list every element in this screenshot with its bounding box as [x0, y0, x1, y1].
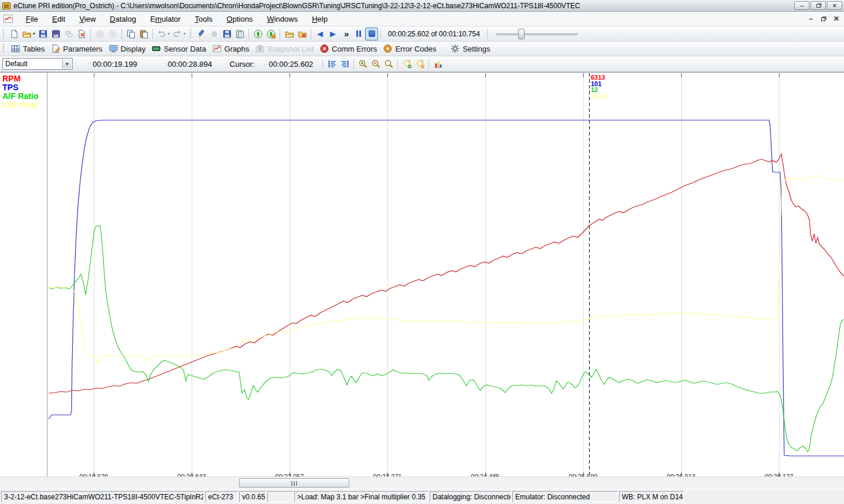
zoom-out-icon[interactable]	[369, 57, 382, 70]
x-axis-tick-label: 00:28.127	[765, 473, 794, 476]
display-label: Display	[121, 45, 146, 53]
mdi-restore-button[interactable]	[821, 15, 825, 22]
main-toolbar: ▾ ? ✕ ▾ ▾ ✕ ◀ ▶ »	[0, 26, 844, 42]
playback-time-display: 00:00:25.602 of 00:01:10.754	[383, 30, 485, 38]
tables-button[interactable]: Tables	[8, 42, 48, 55]
x-axis-tick-label: 00:23.271	[373, 473, 402, 476]
close-button[interactable]: ✕	[827, 1, 842, 10]
upload-button[interactable]	[251, 28, 264, 40]
copy-button[interactable]	[124, 28, 137, 40]
redo-button[interactable]: ▾	[171, 28, 187, 40]
zoom-reset-icon[interactable]	[382, 57, 395, 70]
status-emulator: Emulator: Disconnected	[512, 491, 618, 502]
play-button[interactable]: ▶	[326, 28, 339, 40]
menu-emulator[interactable]: Emulator	[143, 13, 188, 25]
slider-thumb[interactable]	[518, 29, 525, 39]
legend-a-f-ratio: A/F Ratio	[2, 92, 47, 101]
mdi-close-button[interactable]: ✕	[833, 15, 839, 22]
window-title: eCtune PRI edition(Pro_Ostrich) - C:\Use…	[13, 2, 580, 10]
open-datalog-button[interactable]	[283, 28, 295, 40]
graph-plot[interactable]	[0, 73, 844, 476]
legend-ign-final: IGN Final	[2, 101, 47, 110]
save-question-button[interactable]: ?	[49, 28, 62, 40]
scrollbar-thumb[interactable]	[239, 478, 349, 488]
datalog-graph[interactable]: RPMTPSA/F RatioIGN Final 63131011220.25 …	[0, 72, 844, 476]
pause-button[interactable]	[352, 28, 365, 40]
display-button[interactable]: Display	[106, 42, 149, 55]
stop-button[interactable]	[365, 28, 378, 40]
view-datalog-button[interactable]	[233, 28, 246, 40]
open-file-button[interactable]: ▾	[21, 28, 36, 40]
upload-verify-button[interactable]	[264, 28, 277, 40]
menu-file[interactable]: File	[19, 13, 45, 25]
new-file-button[interactable]	[8, 28, 21, 40]
toolbar-grip[interactable]	[2, 44, 5, 53]
app-icon	[2, 2, 11, 9]
compare-disabled-button[interactable]	[62, 28, 75, 40]
marker-start-icon[interactable]	[325, 57, 338, 70]
comm-errors-button[interactable]: Comm Errors	[316, 42, 380, 55]
fast-forward-button[interactable]: »	[339, 28, 352, 40]
sensor-data-label: Sensor Data	[164, 45, 206, 53]
paste-button[interactable]	[137, 28, 150, 40]
title-bar: eCtune PRI edition(Pro_Ostrich) - C:\Use…	[0, 0, 844, 12]
pen-tool-button[interactable]	[195, 28, 207, 40]
zoom-in-icon[interactable]	[356, 57, 369, 70]
marker-end-icon[interactable]	[338, 57, 351, 70]
horizontal-scrollbar[interactable]	[0, 476, 844, 489]
x-axis-tick-label: 00:22.057	[275, 473, 304, 476]
toolbar-grip[interactable]	[2, 29, 5, 39]
preset-select[interactable]: Default ▼	[2, 58, 73, 70]
series-afr	[49, 226, 844, 452]
comm-errors-label: Comm Errors	[332, 45, 377, 53]
rom-disabled-button-2[interactable]	[106, 28, 119, 40]
menu-edit[interactable]: Edit	[45, 13, 72, 25]
menu-options[interactable]: Options	[220, 13, 260, 25]
error-codes-label: Error Codes	[395, 45, 436, 53]
minimize-button[interactable]: –	[794, 1, 809, 10]
settings-button[interactable]: Settings	[447, 42, 493, 55]
record-dot-button[interactable]	[207, 28, 220, 40]
close-file-button[interactable]: ✕	[75, 28, 88, 40]
restore-button[interactable]	[811, 1, 826, 10]
save-datalog-button[interactable]	[220, 28, 233, 40]
preset-dropdown-arrow[interactable]: ▼	[62, 59, 72, 69]
toolbar-grip[interactable]	[189, 29, 192, 39]
menu-windows[interactable]: Windows	[260, 13, 305, 25]
cursor-time: 00:00:25.602	[268, 60, 313, 69]
playback-position-slider[interactable]	[496, 29, 578, 39]
menu-view[interactable]: View	[72, 13, 103, 25]
graphs-button[interactable]: Graphs	[209, 42, 253, 55]
status-wideband: WB: PLX M on D14	[619, 491, 684, 502]
mdi-minimize-button[interactable]: –	[809, 15, 813, 22]
menu-tools[interactable]: Tools	[188, 13, 219, 25]
cursor-value: 12	[591, 87, 607, 93]
sensor-data-button[interactable]: Sensor Data	[148, 42, 209, 55]
menu-datalog[interactable]: Datalog	[103, 13, 143, 25]
svg-text:✕: ✕	[80, 32, 84, 38]
tag-remove-icon[interactable]	[413, 57, 426, 70]
open-dropdown-arrow[interactable]: ▾	[33, 31, 35, 36]
parameters-label: Parameters	[63, 45, 103, 53]
chart-settings-icon[interactable]	[431, 57, 444, 70]
menu-help[interactable]: Help	[305, 13, 335, 25]
x-axis-tick-label: 00:26.913	[667, 473, 696, 476]
snapshot-list-button[interactable]: Snapshot List	[252, 42, 316, 55]
settings-label: Settings	[462, 45, 490, 53]
step-back-button[interactable]: ◀	[314, 28, 326, 40]
rom-disabled-button-1[interactable]	[93, 28, 106, 40]
slider-track[interactable]	[496, 33, 578, 35]
save-button[interactable]	[36, 28, 49, 40]
error-codes-button[interactable]: Error Codes	[380, 42, 439, 55]
cursor-label: Cursor:	[230, 60, 255, 69]
undo-button[interactable]: ▾	[155, 28, 171, 40]
tag-add-icon[interactable]	[400, 57, 413, 70]
cursor-value: 6313	[591, 74, 607, 81]
status-bar: 3-2-12-eCt.base273HiCamWO211-TPS18I-4500…	[0, 489, 844, 504]
cursor-value: 20.25	[591, 93, 607, 100]
graphs-label: Graphs	[224, 45, 250, 53]
close-datalog-button[interactable]: ✕	[295, 28, 308, 40]
series-rpm	[49, 154, 844, 393]
parameters-button[interactable]: Parameters	[48, 42, 106, 55]
snapshot-list-label: Snapshot List	[267, 45, 314, 53]
